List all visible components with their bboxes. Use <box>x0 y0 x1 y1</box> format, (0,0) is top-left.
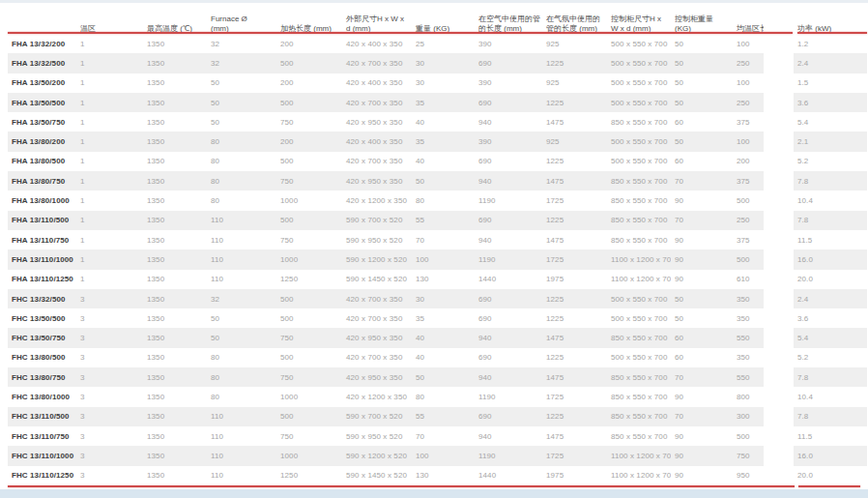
cell-cabinet-dims: 500 x 550 x 700 <box>607 53 671 73</box>
cell-tube-length-atmosphere: 925 <box>542 132 607 151</box>
column-gap <box>764 152 794 171</box>
column-gap <box>764 73 794 93</box>
cell-uniform-zone: 500 <box>733 249 764 269</box>
cell-external-dims: 590 x 700 x 520 <box>342 407 412 426</box>
cell-power: 5.4 <box>794 328 867 347</box>
cell-heated-length: 750 <box>276 328 342 347</box>
cell-tube-length-atmosphere: 1475 <box>542 367 607 387</box>
cell-max-temp: 1350 <box>143 53 207 73</box>
cell-heated-length: 500 <box>276 407 342 426</box>
cell-tube-length-atmosphere: 1725 <box>542 387 607 406</box>
cell-max-temp: 1350 <box>143 289 207 308</box>
cell-cabinet-dims: 850 x 550 x 700 <box>607 367 671 387</box>
cell-model: FHC 13/80/500 <box>8 348 76 367</box>
cell-heated-length: 1000 <box>276 249 342 269</box>
cell-tube-length-air: 940 <box>475 367 542 387</box>
column-gap <box>764 34 794 53</box>
column-header-label: 控制柜尺寸H x W x d (mm) <box>611 15 669 34</box>
cell-furnace-diameter: 50 <box>207 93 276 112</box>
cell-model: FHC 13/50/500 <box>8 308 76 328</box>
cell-cabinet-weight: 90 <box>671 249 733 269</box>
cell-tube-length-air: 940 <box>475 426 542 446</box>
cell-external-dims: 590 x 950 x 520 <box>342 426 412 446</box>
cell-tube-length-air: 1190 <box>475 249 542 269</box>
cell-tube-length-atmosphere: 1475 <box>542 112 607 132</box>
column-header-label: 外部尺寸H x W x d (mm) <box>346 15 406 34</box>
cell-max-temp: 1350 <box>143 270 207 289</box>
cell-external-dims: 420 x 950 x 350 <box>342 112 412 132</box>
table-row: FHC 13/80/1000 3 1350 80 1000 420 x 1200… <box>8 387 867 406</box>
cell-weight: 40 <box>412 348 475 367</box>
cell-weight: 30 <box>412 289 475 308</box>
cell-cabinet-weight: 50 <box>671 73 733 93</box>
cell-external-dims: 590 x 1450 x 520 <box>342 466 412 485</box>
cell-cabinet-weight: 90 <box>671 446 733 465</box>
cell-tube-length-air: 940 <box>475 230 542 249</box>
column-gap <box>764 249 794 269</box>
cell-model: FHA 13/110/1000 <box>8 249 76 269</box>
cell-zones: 3 <box>76 446 143 465</box>
cell-model: FHC 13/50/750 <box>8 328 76 347</box>
cell-model: FHA 13/80/500 <box>8 152 76 171</box>
column-gap <box>764 230 794 249</box>
cell-tube-length-air: 690 <box>475 407 542 426</box>
table-row: FHC 13/110/1000 3 1350 110 1000 590 x 12… <box>8 446 867 465</box>
column-gap <box>764 5 794 34</box>
column-header-label: Furnace Ø (mm) <box>211 15 253 34</box>
column-header-power: 功率 (kW) <box>794 5 867 34</box>
cell-model: FHA 13/80/750 <box>8 171 76 190</box>
cell-model: FHA 13/110/500 <box>8 211 76 230</box>
cell-tube-length-atmosphere: 1725 <box>542 190 607 210</box>
cell-max-temp: 1350 <box>143 249 207 269</box>
column-gap <box>764 112 794 132</box>
cell-tube-length-atmosphere: 1475 <box>542 230 607 249</box>
column-gap <box>764 270 794 289</box>
cell-tube-length-air: 690 <box>475 308 542 328</box>
header-rule-main <box>8 32 793 34</box>
table-row: FHA 13/32/200 1 1350 32 200 420 x 400 x … <box>8 34 867 53</box>
top-strip <box>0 0 868 3</box>
table-row: FHC 13/110/750 3 1350 110 750 590 x 950 … <box>8 426 867 446</box>
cell-power: 3.6 <box>794 93 867 112</box>
cell-heated-length: 1000 <box>276 387 342 406</box>
cell-cabinet-dims: 1100 x 1200 x 700 <box>607 446 671 465</box>
cell-furnace-diameter: 80 <box>207 152 276 171</box>
cell-model: FHC 13/80/1000 <box>8 387 76 406</box>
cell-max-temp: 1350 <box>143 132 207 151</box>
cell-tube-length-atmosphere: 1225 <box>542 53 607 73</box>
column-header-label: 控制柜重量 (KG) <box>675 15 721 34</box>
cell-weight: 25 <box>412 34 475 53</box>
cell-tube-length-air: 1190 <box>475 190 542 210</box>
cell-zones: 1 <box>76 53 143 73</box>
cell-tube-length-atmosphere: 1725 <box>542 446 607 465</box>
cell-furnace-diameter: 50 <box>207 112 276 132</box>
cell-max-temp: 1350 <box>143 171 207 190</box>
table-row: FHC 13/50/500 3 1350 50 500 420 x 700 x … <box>8 308 867 328</box>
cell-external-dims: 590 x 1200 x 520 <box>342 249 412 269</box>
column-header-external-dims: 外部尺寸H x W x d (mm) <box>342 5 412 34</box>
table-row: FHA 13/110/1000 1 1350 110 1000 590 x 12… <box>8 249 867 269</box>
cell-furnace-diameter: 50 <box>207 308 276 328</box>
cell-furnace-diameter: 80 <box>207 171 276 190</box>
cell-model: FHA 13/110/1250 <box>8 270 76 289</box>
cell-cabinet-weight: 50 <box>671 34 733 53</box>
cell-weight: 30 <box>412 73 475 93</box>
column-header-furnace-diameter: Furnace Ø (mm) <box>207 5 276 34</box>
cell-cabinet-dims: 500 x 550 x 700 <box>607 132 671 151</box>
cell-zones: 3 <box>76 387 143 406</box>
cell-weight: 100 <box>412 249 475 269</box>
cell-tube-length-air: 940 <box>475 171 542 190</box>
table-row: FHA 13/50/500 1 1350 50 500 420 x 700 x … <box>8 93 867 112</box>
cell-tube-length-atmosphere: 1475 <box>542 171 607 190</box>
column-header-tube-length-atmosphere: 在气氛中使用的管的长度 (mm) <box>542 5 607 34</box>
column-gap <box>764 426 794 446</box>
table-row: FHC 13/32/500 3 1350 32 500 420 x 700 x … <box>8 289 867 308</box>
cell-external-dims: 590 x 700 x 520 <box>342 211 412 230</box>
cell-external-dims: 590 x 950 x 520 <box>342 230 412 249</box>
cell-cabinet-weight: 60 <box>671 348 733 367</box>
cell-power: 16.0 <box>794 249 867 269</box>
cell-uniform-zone: 750 <box>733 446 764 465</box>
column-header-model <box>8 5 76 34</box>
cell-uniform-zone: 800 <box>733 387 764 406</box>
cell-uniform-zone: 100 <box>733 34 764 53</box>
